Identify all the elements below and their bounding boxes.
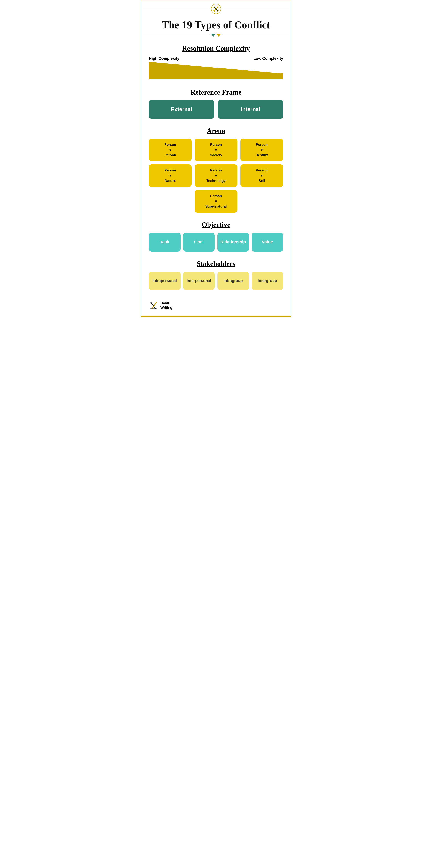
arena-section: Arena PersonvPerson PersonvNature Person…: [141, 125, 291, 219]
objective-boxes: Task Goal Relationship Value: [149, 232, 283, 251]
footer-brand-line2: Writing: [160, 306, 173, 310]
footer-brand-text: Habit Writing: [160, 301, 173, 310]
obj-relationship: Relationship: [217, 232, 249, 251]
high-complexity-label: High Complexity: [149, 56, 179, 61]
bottom-border: [141, 316, 291, 317]
objective-title: Objective: [149, 221, 283, 229]
stake-interpersonal: Interpersonal: [183, 272, 215, 290]
arena-title: Arena: [149, 127, 283, 135]
arena-person-person: PersonvPerson: [149, 139, 191, 161]
svg-line-4: [151, 302, 156, 309]
arena-person-destiny: PersonvDestiny: [241, 139, 283, 161]
reference-frame-section: Reference Frame External Internal: [141, 86, 291, 125]
main-title: The 19 Types of Conflict: [141, 16, 291, 32]
external-box: External: [149, 100, 214, 119]
stakeholder-boxes: Intrapersonal Interpersonal Intragroup I…: [149, 272, 283, 290]
arena-col-center: PersonvSociety PersonvTechnology Personv…: [194, 139, 237, 213]
stake-intragroup: Intragroup: [217, 272, 249, 290]
resolution-section: Resolution Complexity High Complexity Lo…: [141, 42, 291, 86]
complexity-chart: High Complexity Low Complexity: [149, 56, 283, 80]
svg-line-5: [152, 302, 157, 309]
arena-col-left: PersonvPerson PersonvNature: [149, 139, 191, 187]
resolution-title: Resolution Complexity: [149, 44, 283, 53]
obj-value: Value: [252, 232, 283, 251]
obj-goal: Goal: [183, 232, 215, 251]
reference-frame-title: Reference Frame: [149, 88, 283, 96]
footer-logo: Habit Writing: [149, 301, 173, 310]
reference-frame-boxes: External Internal: [149, 100, 283, 119]
arena-person-society: PersonvSociety: [194, 139, 237, 161]
complexity-bar-svg: [149, 62, 283, 79]
stakeholders-section: Stakeholders Intrapersonal Interpersonal…: [141, 258, 291, 296]
arena-grid: PersonvPerson PersonvNature PersonvSocie…: [149, 139, 283, 213]
svg-marker-3: [149, 62, 283, 79]
arena-person-supernatural: PersonvSupernatural: [194, 190, 237, 213]
stakeholders-title: Stakeholders: [149, 260, 283, 268]
arena-col-right: PersonvDestiny PersonvSelf: [241, 139, 283, 187]
internal-box: Internal: [218, 100, 283, 119]
logo-circle: [211, 4, 221, 14]
footer: Habit Writing: [141, 296, 291, 316]
logo-bar: [141, 0, 291, 16]
arena-person-self: PersonvSelf: [241, 164, 283, 187]
complexity-labels: High Complexity Low Complexity: [149, 56, 283, 61]
objective-section: Objective Task Goal Relationship Value: [141, 219, 291, 258]
arrow-yellow: [216, 34, 221, 37]
stake-intrapersonal: Intrapersonal: [149, 272, 181, 290]
stake-intergroup: Intergroup: [252, 272, 283, 290]
arena-person-nature: PersonvNature: [149, 164, 191, 187]
obj-task: Task: [149, 232, 181, 251]
title-divider: [141, 34, 291, 37]
low-complexity-label: Low Complexity: [254, 56, 283, 61]
footer-icon-svg: [149, 301, 158, 310]
arrow-teal: [211, 34, 216, 37]
footer-brand-line1: Habit: [160, 301, 173, 306]
arena-person-technology: PersonvTechnology: [194, 164, 237, 187]
